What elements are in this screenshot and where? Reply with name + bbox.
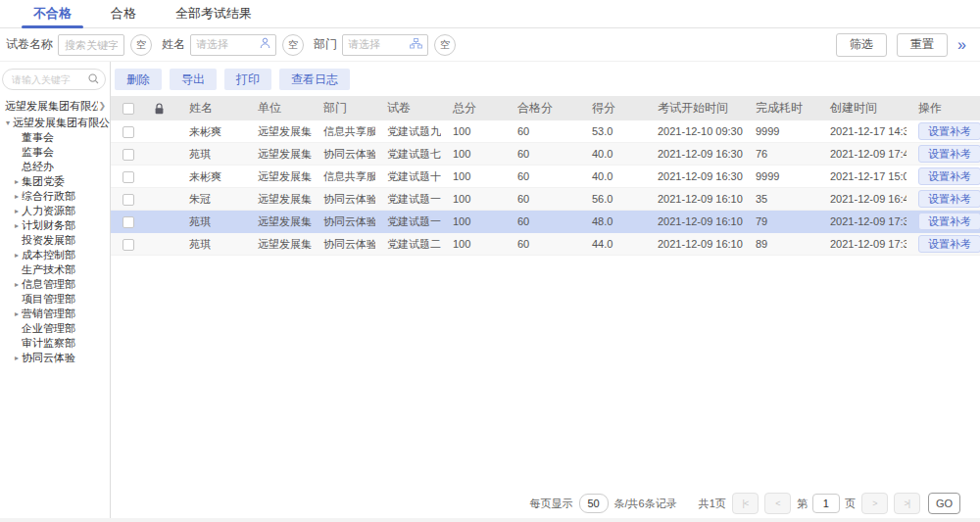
row-checkbox[interactable] (122, 126, 134, 138)
cell-duration: 35 (744, 193, 818, 205)
horizontal-scrollbar[interactable] (0, 518, 980, 522)
org-tree-item[interactable]: 董事会 (0, 130, 110, 145)
department-select[interactable]: 请选择 (342, 34, 428, 56)
tab-all-results[interactable]: 全部考试结果 (175, 0, 252, 27)
view-log-button[interactable]: 查看日志 (279, 69, 350, 90)
tree-arrow-icon[interactable]: ▾ (3, 119, 13, 127)
content-body: 远望发展集团有限公司 ❯ ▾ 远望发展集团有限公司 董事会 监事会 总经办 ▸ … (0, 62, 980, 522)
cell-unit: 远望发展集... (246, 147, 312, 162)
org-tree-item[interactable]: 企业管理部 (0, 321, 110, 336)
table-row[interactable]: 苑琪远望发展集...协同云体验党建试题一1006048.02021-12-09 … (111, 211, 980, 233)
org-tree-item[interactable]: ▸ 协同云体验 (0, 351, 110, 365)
cell-name: 苑琪 (177, 147, 246, 162)
header-duration[interactable]: 完成耗时 (744, 100, 818, 117)
header-created-time[interactable]: 创建时间 (818, 100, 906, 117)
last-page-button[interactable]: >| (894, 493, 920, 514)
set-retake-button[interactable]: 设置补考 (918, 167, 980, 185)
go-button[interactable]: GO (928, 493, 960, 514)
org-tree-item[interactable]: 审计监察部 (0, 336, 110, 351)
org-tree-item[interactable]: ▾ 远望发展集团有限公司 (0, 116, 110, 130)
tree-arrow-icon[interactable]: ▸ (12, 207, 22, 215)
table-row[interactable]: 朱冠远望发展集...协同云体验党建试题一1006056.02021-12-09 … (111, 188, 980, 211)
tree-arrow-icon[interactable]: ▸ (12, 309, 22, 318)
paper-name-input[interactable] (58, 34, 124, 56)
tree-arrow-icon[interactable]: ▸ (12, 354, 22, 362)
row-action-cell: 设置补考 (906, 235, 980, 253)
expand-filters-icon[interactable]: » (957, 37, 966, 53)
cell-score: 53.0 (580, 125, 646, 137)
tab-all-results-label: 全部考试结果 (175, 5, 252, 23)
row-checkbox-cell (111, 147, 148, 160)
row-checkbox[interactable] (122, 149, 134, 161)
tree-arrow-icon[interactable]: ▸ (12, 280, 22, 289)
org-tree-item[interactable]: ▸ 营销管理部 (0, 307, 110, 321)
set-retake-button[interactable]: 设置补考 (918, 235, 980, 253)
table-row[interactable]: 来彬爽远望发展集...信息共享服...党建试题九1006053.02021-12… (111, 120, 980, 143)
per-page-label: 每页显示 (530, 497, 573, 511)
header-paper[interactable]: 试卷 (375, 100, 441, 117)
org-tree-item[interactable]: ▸ 成本控制部 (0, 248, 110, 262)
org-tree-item[interactable]: ▸ 综合行政部 (0, 189, 110, 204)
filter-button[interactable]: 筛选 (836, 33, 887, 57)
table-row[interactable]: 来彬爽远望发展集...信息共享服...党建试题十1006040.02021-12… (111, 166, 980, 188)
table-row[interactable]: 苑琪远望发展集...协同云体验党建试题二1006044.02021-12-09 … (111, 233, 980, 256)
tree-arrow-icon[interactable]: ▸ (12, 251, 22, 260)
tree-arrow-icon[interactable]: ▸ (12, 221, 22, 230)
row-checkbox[interactable] (122, 171, 134, 183)
reset-button[interactable]: 重置 (897, 33, 948, 57)
org-tree-item[interactable]: ▸ 集团党委 (0, 174, 110, 189)
org-tree-item[interactable]: ▸ 人力资源部 (0, 204, 110, 218)
set-retake-button[interactable]: 设置补考 (918, 122, 980, 140)
tab-passed[interactable]: 合格 (111, 0, 136, 27)
prev-page-button[interactable]: < (764, 493, 791, 514)
header-dept[interactable]: 部门 (312, 100, 375, 117)
header-score[interactable]: 得分 (580, 100, 646, 117)
org-tree-item[interactable]: 监事会 (0, 145, 110, 160)
set-retake-button[interactable]: 设置补考 (918, 213, 980, 230)
org-tree-item[interactable]: 项目管理部 (0, 292, 110, 307)
next-page-button[interactable]: > (861, 493, 888, 514)
cell-pass-score: 60 (506, 238, 580, 250)
cell-pass-score: 60 (506, 148, 580, 160)
person-clear-button[interactable]: 空 (282, 34, 304, 56)
tree-arrow-icon[interactable]: ▸ (12, 177, 22, 186)
tree-item-label: 远望发展集团有限公司 (13, 116, 110, 130)
org-tree-item[interactable]: 生产技术部 (0, 262, 110, 277)
org-tree-item[interactable]: ▸ 信息管理部 (0, 277, 110, 292)
row-checkbox[interactable] (122, 216, 134, 228)
set-retake-button[interactable]: 设置补考 (918, 190, 980, 208)
header-total-score[interactable]: 总分 (441, 100, 506, 117)
person-name-select[interactable]: 请选择 (190, 34, 276, 56)
per-page-input[interactable] (579, 494, 609, 513)
cell-paper: 党建试题一 (375, 214, 441, 229)
export-button[interactable]: 导出 (170, 69, 217, 90)
tree-item-label: 项目管理部 (22, 292, 75, 307)
tree-item-label: 计划财务部 (22, 218, 75, 233)
print-button[interactable]: 打印 (224, 69, 271, 90)
header-unit[interactable]: 单位 (246, 100, 312, 117)
set-retake-button[interactable]: 设置补考 (918, 145, 980, 163)
cell-name: 朱冠 (177, 192, 246, 207)
tree-arrow-icon[interactable]: ▸ (12, 192, 22, 201)
header-start-time[interactable]: 考试开始时间 (646, 100, 744, 117)
tab-failed[interactable]: 不合格 (33, 0, 72, 27)
select-all-checkbox[interactable] (122, 103, 134, 115)
table-row[interactable]: 苑琪远望发展集...协同云体验党建试题七1006040.02021-12-09 … (111, 143, 980, 166)
org-selector[interactable]: 远望发展集团有限公司 ❯ (0, 98, 110, 114)
search-icon (88, 73, 99, 87)
org-tree-item[interactable]: ▸ 计划财务部 (0, 218, 110, 233)
row-checkbox[interactable] (122, 239, 134, 251)
paper-clear-button[interactable]: 空 (130, 34, 152, 56)
org-tree-item[interactable]: 投资发展部 (0, 233, 110, 248)
first-page-button[interactable]: |< (732, 493, 759, 514)
cell-start-time: 2021-12-09 16:30 (646, 170, 744, 182)
header-name[interactable]: 姓名 (177, 100, 246, 117)
delete-button[interactable]: 删除 (115, 69, 162, 90)
org-tree-item[interactable]: 总经办 (0, 160, 110, 174)
header-pass-score[interactable]: 合格分 (506, 100, 580, 117)
department-clear-button[interactable]: 空 (434, 34, 456, 56)
cell-created-time: 2021-12-09 17:46 (818, 148, 906, 160)
row-checkbox[interactable] (122, 194, 134, 206)
row-checkbox-cell (111, 237, 148, 250)
page-number-input[interactable] (812, 494, 840, 513)
